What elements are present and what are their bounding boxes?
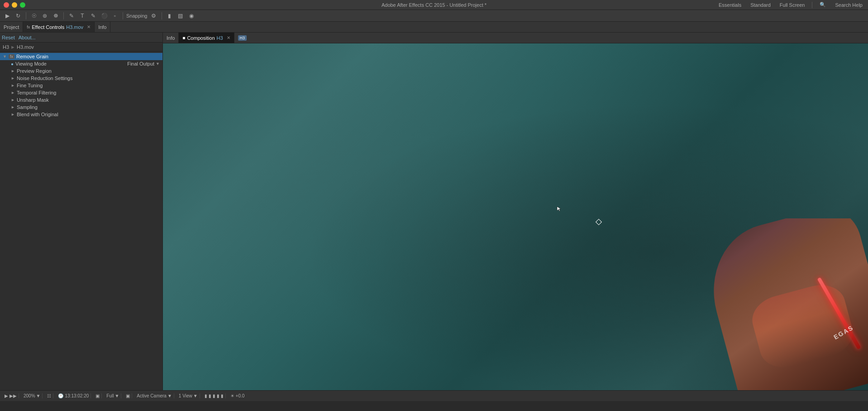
comp-label-badge: H3 xyxy=(234,33,250,43)
search-help-input[interactable]: Search Help xyxy=(833,2,864,8)
preview-icon: ▶ xyxy=(5,393,8,398)
brush-tool-button[interactable]: ✎ xyxy=(89,11,98,20)
layout-2-button[interactable]: ▮ xyxy=(209,393,211,398)
snapping-label: Snapping xyxy=(126,13,148,19)
expand-arrow-icon: ▼ xyxy=(3,54,7,59)
blend-with-original-label: Blend with Original xyxy=(17,112,58,117)
composition-h3-tab[interactable]: ■ Composition H3 ✕ xyxy=(179,33,234,43)
toolbar: ▶ ↻ ☉ ⊛ ☸ ✎ T ✎ ⚫ ▫ Snapping ⚙ ▮ ▧ ◉ xyxy=(0,10,868,22)
preview-button[interactable]: ▶ ▶▶ xyxy=(3,393,19,398)
zoom-value: 200% xyxy=(24,393,35,398)
main-layout: Reset About... H3 ► H3.mov ▼ fx Remove G… xyxy=(0,33,868,390)
selection-tool-button[interactable]: ▶ xyxy=(3,11,12,20)
sampling-label: Sampling xyxy=(17,104,38,110)
timecode-value: 13:13:02:20 xyxy=(65,393,89,398)
snapping-toggle[interactable]: ⚙ xyxy=(149,11,158,20)
layout-buttons: ▮ ▮ ▮ ▮ ▮ xyxy=(203,393,226,398)
pen-tool-button[interactable]: ✎ xyxy=(67,11,76,20)
remove-grain-header[interactable]: ▼ fx Remove Grain xyxy=(0,53,162,60)
project-tab-label: Project xyxy=(4,24,19,30)
temporal-filtering-label: Temporal Filtering xyxy=(17,90,56,95)
reset-button[interactable]: Reset xyxy=(2,35,15,40)
preview-region-label: Preview Region xyxy=(17,68,52,74)
view-camera-dropdown[interactable]: Active Camera ▼ xyxy=(135,393,174,398)
view-count-select[interactable]: 1 View ▼ xyxy=(179,393,198,398)
timecode-icon: 🕐 xyxy=(58,393,63,398)
project-panel-tab[interactable]: Project xyxy=(0,22,23,32)
exposure-control[interactable]: ☀ +0.0 xyxy=(229,393,247,398)
fine-tuning-item[interactable]: ► Fine Tuning xyxy=(0,82,162,89)
unified-camera-tool-button[interactable]: ☉ xyxy=(29,11,38,20)
orbit-camera-tool-button[interactable]: ⊛ xyxy=(40,11,49,20)
remove-grain-label: Remove Grain xyxy=(16,54,48,59)
quality-dropdown[interactable]: Full ▼ xyxy=(105,393,121,398)
zoom-dropdown[interactable]: 200% ▼ xyxy=(24,393,40,398)
layout-1-button[interactable]: ▮ xyxy=(205,393,207,398)
sampling-item[interactable]: ► Sampling xyxy=(0,104,162,111)
crosshair-cursor xyxy=(596,219,602,225)
composition-background: EGAS xyxy=(163,43,868,390)
transparency-icon: ▣ xyxy=(126,393,130,398)
dropdown-arrow-icon: ▼ xyxy=(156,61,160,66)
layout-3-button[interactable]: ▮ xyxy=(213,393,215,398)
transparency-button[interactable]: ▣ xyxy=(124,393,132,398)
exposure-icon: ☀ xyxy=(230,393,234,398)
text-tool-button[interactable]: T xyxy=(78,11,87,20)
essentials-button[interactable]: Essentials xyxy=(717,2,743,8)
temporal-filtering-item[interactable]: ► Temporal Filtering xyxy=(0,89,162,96)
composition-viewport[interactable]: EGAS xyxy=(163,43,868,390)
blend-with-original-item[interactable]: ► Blend with Original xyxy=(0,111,162,118)
noise-reduction-settings-item[interactable]: ► Noise Reduction Settings xyxy=(0,75,162,82)
view-count-dropdown[interactable]: 1 View ▼ xyxy=(177,393,200,398)
noise-reduction-arrow: ► xyxy=(11,76,15,80)
unsharp-mask-arrow: ► xyxy=(11,98,15,102)
rotation-tool-button[interactable]: ↻ xyxy=(14,11,23,20)
title-bar: Adobe After Effects CC 2015 - Untitled P… xyxy=(0,0,868,10)
unsharp-mask-item[interactable]: ► Unsharp Mask xyxy=(0,96,162,104)
puppet-tool-button[interactable]: ◉ xyxy=(187,11,196,20)
eraser-tool-button[interactable]: ▫ xyxy=(110,11,119,20)
effect-controls-panel-tab[interactable]: fx Effect Controls H3.mov ✕ xyxy=(23,22,95,32)
timecode-display: 🕐 13:13:02:20 xyxy=(56,393,91,398)
active-camera-select[interactable]: Active Camera ▼ xyxy=(137,393,172,398)
toolbar-separator-2 xyxy=(63,12,64,19)
composition-panel: Info ■ Composition H3 ✕ H3 EGAS xyxy=(163,33,868,390)
effect-controls-toolbar: Reset About... xyxy=(0,33,162,43)
about-button[interactable]: About... xyxy=(19,35,36,40)
shape-tool-button[interactable]: ▮ xyxy=(165,11,174,20)
comp-tab-name: H3 xyxy=(217,35,223,41)
ram-preview-icon: ▶▶ xyxy=(10,393,17,398)
fine-tuning-label: Fine Tuning xyxy=(17,83,43,88)
maximize-window-button[interactable] xyxy=(20,2,25,8)
standard-button[interactable]: Standard xyxy=(749,2,773,8)
close-window-button[interactable] xyxy=(4,2,9,8)
info-panel-tab[interactable]: Info xyxy=(95,22,110,32)
composition-icon: ■ xyxy=(182,35,185,40)
composition-tab-close-button[interactable]: ✕ xyxy=(227,35,230,40)
effect-controls-close-button[interactable]: ✕ xyxy=(87,24,91,29)
fullscreen-button[interactable]: Full Screen xyxy=(778,2,807,8)
layout-5-button[interactable]: ▮ xyxy=(221,393,224,398)
grid-button[interactable]: ☷ xyxy=(45,393,53,398)
minimize-window-button[interactable] xyxy=(12,2,17,8)
effect-controls-tab-label: Effect Controls xyxy=(32,24,64,30)
effect-controls-filename: H3.mov xyxy=(66,24,83,30)
clone-stamp-tool-button[interactable]: ⚫ xyxy=(100,11,109,20)
info-comp-tab[interactable]: Info xyxy=(163,33,179,43)
quality-select[interactable]: Full ▼ xyxy=(106,393,119,398)
snapshot-button[interactable]: ▣ xyxy=(94,393,102,398)
svg-marker-0 xyxy=(557,207,561,211)
pan-tool-button[interactable]: ☸ xyxy=(51,11,60,20)
remove-grain-effect: ▼ fx Remove Grain ● Viewing Mode Final O… xyxy=(0,52,162,118)
active-camera-arrow: ▼ xyxy=(167,393,172,398)
mouse-cursor xyxy=(557,206,563,213)
layout-4-button[interactable]: ▮ xyxy=(217,393,219,398)
noise-reduction-label: Noise Reduction Settings xyxy=(17,76,73,81)
preview-region-item[interactable]: ► Preview Region xyxy=(0,67,162,75)
viewing-mode-item[interactable]: ● Viewing Mode Final Output ▼ xyxy=(0,60,162,67)
zoom-control[interactable]: 200% ▼ xyxy=(22,393,43,398)
fx-icon: fx xyxy=(27,25,30,29)
roto-brush-tool-button[interactable]: ▧ xyxy=(176,11,185,20)
separator xyxy=(812,2,812,8)
breadcrumb-separator: ► xyxy=(10,44,15,50)
